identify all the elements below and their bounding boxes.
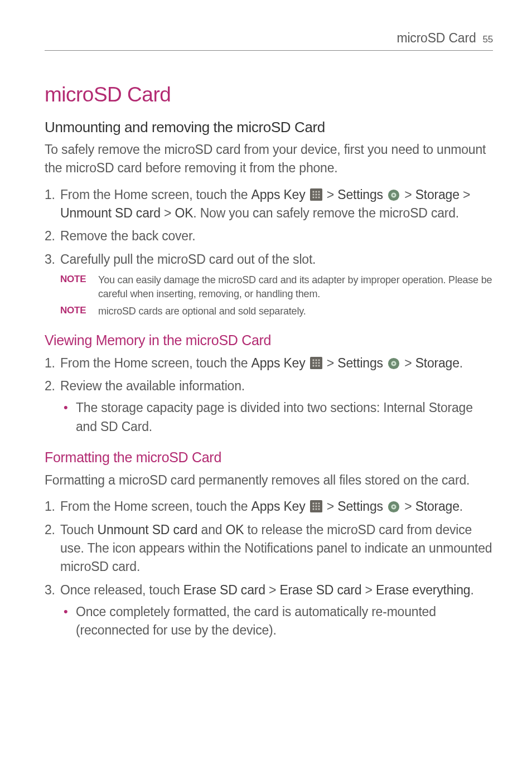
- note-label: NOTE: [60, 304, 98, 318]
- svg-point-10: [388, 190, 399, 201]
- text: >: [327, 187, 337, 202]
- section2-step2: Review the available information. The st…: [45, 377, 493, 436]
- settings-icon: [388, 501, 400, 513]
- storage-label: Storage: [415, 499, 460, 514]
- svg-rect-7: [312, 196, 314, 198]
- section3-step3: Once released, touch Erase SD card > Era…: [45, 581, 493, 640]
- text: From the Home screen, touch the: [60, 187, 252, 202]
- note-text: microSD cards are optional and sold sepa…: [98, 304, 493, 318]
- note-label: NOTE: [60, 273, 98, 301]
- svg-rect-30: [315, 509, 317, 510]
- section2-heading: Viewing Memory in the microSD Card: [45, 332, 493, 348]
- text: >: [404, 356, 415, 370]
- text: >: [361, 583, 376, 597]
- section2-steps: From the Home screen, touch the Apps Key…: [45, 354, 493, 436]
- section3-intro: Formatting a microSD card permanently re…: [45, 471, 493, 490]
- erase-everything-label: Erase everything: [376, 583, 470, 597]
- settings-label: Settings: [337, 499, 383, 514]
- text: and: [197, 522, 225, 537]
- svg-rect-2: [315, 191, 317, 192]
- svg-rect-26: [312, 506, 314, 507]
- ok-label: OK: [175, 206, 193, 220]
- svg-rect-4: [312, 193, 314, 195]
- svg-rect-8: [315, 196, 317, 198]
- svg-rect-3: [318, 191, 320, 192]
- apps-key-label: Apps Key: [252, 187, 306, 202]
- note-row-1: NOTE You can easily damage the microSD c…: [45, 273, 493, 301]
- text: From the Home screen, touch the: [60, 356, 252, 370]
- apps-key-label: Apps Key: [252, 499, 306, 514]
- text: >: [327, 499, 337, 514]
- svg-rect-19: [315, 365, 317, 366]
- section1-step3: Carefully pull the microSD card out of t…: [45, 250, 493, 269]
- svg-rect-15: [312, 362, 314, 364]
- text: From the Home screen, touch the: [60, 499, 252, 514]
- text: .: [460, 356, 463, 370]
- apps-key-label: Apps Key: [252, 356, 306, 370]
- text: >: [460, 187, 470, 202]
- note-text: You can easily damage the microSD card a…: [98, 273, 493, 301]
- ok-label: OK: [226, 522, 244, 537]
- svg-rect-20: [318, 365, 320, 366]
- storage-label: Storage: [415, 356, 460, 370]
- bullet-item: The storage capacity page is divided int…: [60, 399, 493, 436]
- settings-icon: [388, 189, 400, 201]
- header-title: microSD Card: [396, 31, 476, 46]
- text: Review the available information.: [60, 379, 245, 393]
- section1-step2: Remove the back cover.: [45, 227, 493, 245]
- text: >: [265, 583, 280, 597]
- svg-rect-27: [315, 506, 317, 507]
- erase-label: Erase SD card: [279, 583, 361, 597]
- section1-intro: To safely remove the microSD card from y…: [45, 141, 493, 178]
- bullet-list: Once completely formatted, the card is a…: [60, 603, 493, 640]
- text: >: [404, 499, 415, 514]
- unmount-label: Unmount SD card: [60, 206, 161, 220]
- text: Once released, touch: [60, 583, 183, 597]
- svg-rect-12: [312, 359, 314, 361]
- svg-rect-13: [315, 359, 317, 361]
- section1-steps: From the Home screen, touch the Apps Key…: [45, 186, 493, 269]
- bullet-item: Once completely formatted, the card is a…: [60, 603, 493, 640]
- apps-key-icon: [310, 500, 322, 512]
- settings-label: Settings: [337, 187, 383, 202]
- svg-rect-1: [312, 191, 314, 192]
- svg-rect-29: [312, 509, 314, 510]
- text: >: [404, 187, 415, 202]
- bullet-list: The storage capacity page is divided int…: [60, 399, 493, 436]
- svg-point-32: [388, 501, 399, 512]
- svg-rect-18: [312, 365, 314, 366]
- svg-rect-9: [318, 196, 320, 198]
- settings-icon: [388, 357, 400, 370]
- text: . Now you can safely remove the microSD …: [193, 206, 459, 220]
- section3-heading: Formatting the microSD Card: [45, 449, 493, 466]
- svg-rect-6: [318, 193, 320, 195]
- svg-rect-28: [318, 506, 320, 507]
- settings-label: Settings: [337, 356, 383, 370]
- svg-rect-25: [318, 503, 320, 505]
- section1-heading: Unmounting and removing the microSD Card: [45, 119, 493, 136]
- text: .: [460, 499, 463, 514]
- text: >: [327, 356, 337, 370]
- storage-label: Storage: [415, 187, 460, 202]
- svg-rect-23: [312, 503, 314, 505]
- svg-rect-5: [315, 193, 317, 195]
- svg-rect-14: [318, 359, 320, 361]
- header-page-number: 55: [482, 34, 493, 45]
- erase-label: Erase SD card: [183, 583, 265, 597]
- section3-step1: From the Home screen, touch the Apps Key…: [45, 497, 493, 516]
- text: Touch: [60, 522, 98, 537]
- page-title: microSD Card: [45, 83, 493, 106]
- section3-step2: Touch Unmount SD card and OK to release …: [45, 521, 493, 577]
- svg-rect-31: [318, 509, 320, 510]
- page-header: microSD Card 55: [45, 31, 493, 51]
- note-row-2: NOTE microSD cards are optional and sold…: [45, 304, 493, 318]
- section1-step1: From the Home screen, touch the Apps Key…: [45, 186, 493, 223]
- section2-step1: From the Home screen, touch the Apps Key…: [45, 354, 493, 372]
- svg-rect-17: [318, 362, 320, 364]
- svg-rect-24: [315, 503, 317, 505]
- text: >: [161, 206, 175, 220]
- apps-key-icon: [310, 188, 322, 201]
- unmount-label: Unmount SD card: [98, 522, 198, 537]
- text: .: [470, 583, 473, 597]
- svg-rect-16: [315, 362, 317, 364]
